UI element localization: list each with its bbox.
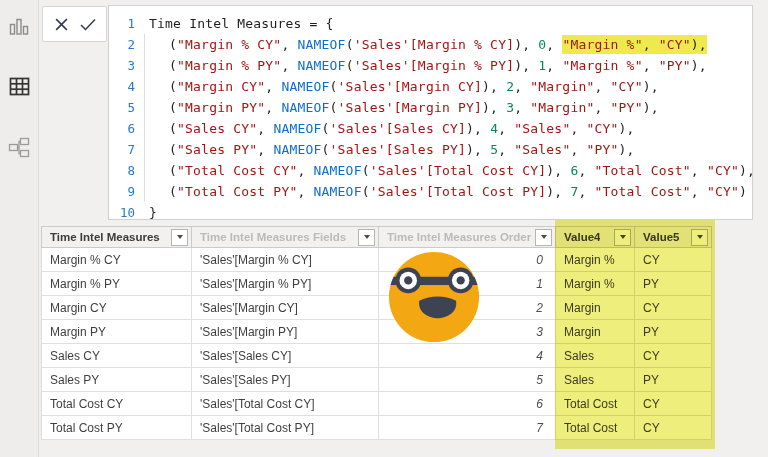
- grid-cell[interactable]: PY: [635, 320, 712, 344]
- check-icon: [80, 18, 96, 31]
- chevron-down-icon: [177, 235, 183, 239]
- grid-cell[interactable]: PY: [635, 368, 712, 392]
- column-header[interactable]: Value4: [556, 226, 635, 248]
- code-line[interactable]: 6("Sales CY", NAMEOF('Sales'[Sales CY]),…: [109, 118, 752, 139]
- table-row: Total Cost CY'Sales'[Total Cost CY]6Tota…: [41, 392, 712, 416]
- filter-button[interactable]: [535, 229, 552, 246]
- line-number: 9: [109, 181, 135, 202]
- grid-cell[interactable]: Margin %: [556, 272, 635, 296]
- column-header-label: Value4: [564, 231, 600, 243]
- line-number: 2: [109, 34, 135, 55]
- grid-cell[interactable]: 'Sales'[Margin % PY]: [192, 272, 379, 296]
- grid-cell[interactable]: Total Cost: [556, 392, 635, 416]
- code-line[interactable]: 9("Total Cost PY", NAMEOF('Sales'[Total …: [109, 181, 752, 202]
- grid-cell[interactable]: Margin: [556, 296, 635, 320]
- model-diagram-icon: [8, 137, 30, 163]
- grid-cell[interactable]: Margin PY: [41, 320, 192, 344]
- grid-cell[interactable]: Sales: [556, 368, 635, 392]
- grid-cell[interactable]: CY: [635, 344, 712, 368]
- grid-cell[interactable]: Sales: [556, 344, 635, 368]
- chevron-down-icon: [620, 235, 626, 239]
- table-row: Margin % PY'Sales'[Margin % PY]1Margin %…: [41, 272, 712, 296]
- table-row: Sales PY'Sales'[Sales PY]5SalesPY: [41, 368, 712, 392]
- cancel-button[interactable]: [53, 16, 69, 32]
- grid-cell[interactable]: Margin CY: [41, 296, 192, 320]
- grid-cell[interactable]: Margin: [556, 320, 635, 344]
- grid-cell[interactable]: Margin %: [556, 248, 635, 272]
- data-view-button[interactable]: [8, 77, 30, 99]
- grid-cell[interactable]: 'Sales'[Total Cost PY]: [192, 416, 379, 440]
- line-number: 3: [109, 55, 135, 76]
- column-header-label: Time Intel Measures Order: [387, 231, 531, 243]
- filter-button[interactable]: [614, 229, 631, 246]
- column-header-label: Value5: [643, 231, 679, 243]
- chevron-down-icon: [697, 235, 703, 239]
- code-line[interactable]: 2("Margin % CY", NAMEOF('Sales'[Margin %…: [109, 34, 752, 55]
- grid-cell[interactable]: Margin % CY: [41, 248, 192, 272]
- grid-header-row: Time Intel MeasuresTime Intel Measures F…: [41, 226, 712, 248]
- grid-cell[interactable]: 6: [379, 392, 556, 416]
- grid-cell[interactable]: 0: [379, 248, 556, 272]
- grid-cell[interactable]: Margin % PY: [41, 272, 192, 296]
- report-view-button[interactable]: [8, 17, 30, 39]
- grid-cell[interactable]: CY: [635, 248, 712, 272]
- column-header[interactable]: Value5: [635, 226, 712, 248]
- line-number: 8: [109, 160, 135, 181]
- table-row: Margin % CY'Sales'[Margin % CY]0Margin %…: [41, 248, 712, 272]
- chevron-down-icon: [541, 235, 547, 239]
- line-number: 7: [109, 139, 135, 160]
- grid-cell[interactable]: 5: [379, 368, 556, 392]
- grid-cell[interactable]: Total Cost: [556, 416, 635, 440]
- dax-editor[interactable]: 1Time Intel Measures = {2("Margin % CY",…: [108, 5, 753, 220]
- line-number: 4: [109, 76, 135, 97]
- code-line[interactable]: 7("Sales PY", NAMEOF('Sales'[Sales PY]),…: [109, 139, 752, 160]
- chevron-down-icon: [364, 235, 370, 239]
- table-row: Sales CY'Sales'[Sales CY]4SalesCY: [41, 344, 712, 368]
- table-row: Margin PY'Sales'[Margin PY]3MarginPY: [41, 320, 712, 344]
- grid-cell[interactable]: 3: [379, 320, 556, 344]
- code-line[interactable]: 1Time Intel Measures = {: [109, 13, 752, 34]
- bar-chart-icon: [9, 16, 29, 40]
- grid-cell[interactable]: PY: [635, 272, 712, 296]
- grid-body: Margin % CY'Sales'[Margin % CY]0Margin %…: [41, 248, 712, 440]
- line-number: 5: [109, 97, 135, 118]
- grid-cell[interactable]: Total Cost PY: [41, 416, 192, 440]
- column-header[interactable]: Time Intel Measures: [41, 226, 192, 248]
- app-root: 1Time Intel Measures = {2("Margin % CY",…: [0, 0, 768, 457]
- column-header-label: Time Intel Measures Fields: [200, 231, 346, 243]
- grid-cell[interactable]: CY: [635, 296, 712, 320]
- grid-cell[interactable]: 7: [379, 416, 556, 440]
- filter-button[interactable]: [358, 229, 375, 246]
- table-row: Total Cost PY'Sales'[Total Cost PY]7Tota…: [41, 416, 712, 440]
- indent-guide: [144, 34, 145, 202]
- grid-cell[interactable]: CY: [635, 416, 712, 440]
- column-header[interactable]: Time Intel Measures Order: [379, 226, 556, 248]
- grid-cell[interactable]: 2: [379, 296, 556, 320]
- code-line[interactable]: 10}: [109, 202, 752, 220]
- filter-button[interactable]: [691, 229, 708, 246]
- grid-cell[interactable]: 'Sales'[Total Cost CY]: [192, 392, 379, 416]
- grid-cell[interactable]: 1: [379, 272, 556, 296]
- line-number: 1: [109, 13, 135, 34]
- commit-button[interactable]: [80, 16, 96, 32]
- grid-cell[interactable]: 'Sales'[Margin PY]: [192, 320, 379, 344]
- code-line[interactable]: 4("Margin CY", NAMEOF('Sales'[Margin CY]…: [109, 76, 752, 97]
- column-header[interactable]: Time Intel Measures Fields: [192, 226, 379, 248]
- grid-cell[interactable]: Total Cost CY: [41, 392, 192, 416]
- grid-cell[interactable]: Sales CY: [41, 344, 192, 368]
- filter-button[interactable]: [171, 229, 188, 246]
- grid-cell[interactable]: 'Sales'[Margin % CY]: [192, 248, 379, 272]
- grid-cell[interactable]: 4: [379, 344, 556, 368]
- grid-cell[interactable]: 'Sales'[Margin CY]: [192, 296, 379, 320]
- code-line[interactable]: 8("Total Cost CY", NAMEOF('Sales'[Total …: [109, 160, 752, 181]
- line-number: 6: [109, 118, 135, 139]
- model-view-button[interactable]: [8, 139, 30, 161]
- grid-cell[interactable]: Sales PY: [41, 368, 192, 392]
- grid-cell[interactable]: CY: [635, 392, 712, 416]
- code-line[interactable]: 3("Margin % PY", NAMEOF('Sales'[Margin %…: [109, 55, 752, 76]
- grid-cell[interactable]: 'Sales'[Sales CY]: [192, 344, 379, 368]
- formula-commit-bar: [42, 6, 107, 42]
- line-number: 10: [109, 202, 135, 220]
- code-line[interactable]: 5("Margin PY", NAMEOF('Sales'[Margin PY]…: [109, 97, 752, 118]
- grid-cell[interactable]: 'Sales'[Sales PY]: [192, 368, 379, 392]
